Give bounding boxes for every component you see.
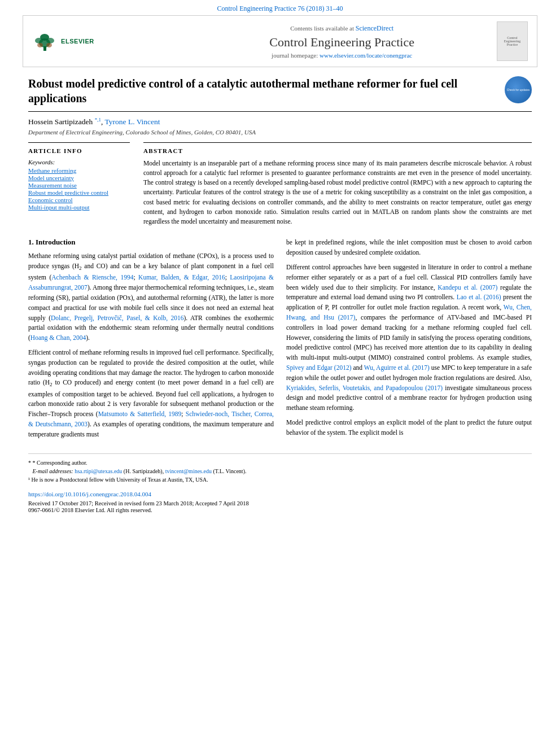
svg-point-4 [40,34,49,41]
ref-matsumoto[interactable]: Matsumoto & Satterfield, 1989 [98,410,182,417]
ref-spivey[interactable]: Spivey and Edgar (2012) [286,364,351,371]
intro-para-1: Methane reforming using catalyst partial… [28,251,274,343]
keyword-5[interactable]: Economic control [28,196,130,203]
abstract-column: Abstract Model uncertainty is an insepar… [143,142,532,227]
journal-banner: ELSEVIER Contents lists available at Sci… [23,15,537,67]
elsevier-wordmark: ELSEVIER [61,38,94,45]
intro-heading: 1. Introduction [28,238,274,247]
author-names: Hossein Sartipizadeh *,1, Tyrone L. Vinc… [28,117,160,126]
received-text: Received 17 October 2017; Received in re… [28,500,532,506]
author-superscript: *,1 [95,116,101,122]
journal-cover-image: Control Engineering Practice [497,21,528,61]
keyword-6[interactable]: Multi-input multi-output [28,204,130,211]
keyword-2[interactable]: Model uncertainty [28,174,130,181]
elsevier-tree-icon [32,30,58,52]
intro-para-4: Different control approaches have been s… [286,263,532,413]
keywords-list: Methane reforming Model uncertainty Meas… [28,167,130,211]
abstract-heading: Abstract [143,147,532,154]
article-title-section: Robust model predictive control of a cat… [28,76,532,112]
article-info-heading: Article Info [28,147,130,154]
intro-para-5: Model predictive control employs an expl… [286,418,532,438]
footnote-corresponding: * * Corresponding author. [28,458,532,467]
intro-left-col: 1. Introduction Methane reforming using … [28,238,274,444]
ref-wu-aguirre[interactable]: Wu, Aguirre et al. (2017) [364,364,430,371]
check-updates-badge[interactable]: Check for updates [505,76,532,103]
keywords-label: Keywords: [28,159,130,165]
email2-name: (T.L. Vincent). [213,468,246,474]
ref-lao[interactable]: Lao et al. (2016) [457,294,501,300]
keyword-4[interactable]: Robust model predictive control [28,189,130,196]
journal-citation: Control Engineering Practice 76 (2018) 3… [217,5,343,12]
email1-link[interactable]: hsa.rtipi@utexas.edu [75,468,122,474]
footnote-email: E-mail addresses: hsa.rtipi@utexas.edu (… [28,467,532,475]
keyword-1[interactable]: Methane reforming [28,167,130,174]
introduction-columns: 1. Introduction Methane reforming using … [28,238,532,444]
homepage-url[interactable]: www.elsevier.com/locate/conengprac [320,52,412,59]
journal-homepage: journal homepage: www.elsevier.com/locat… [187,52,497,59]
sciencedirect-link[interactable]: ScienceDirect [356,24,393,32]
elsevier-logo: ELSEVIER [32,30,94,52]
svg-point-5 [37,43,43,47]
keyword-3[interactable]: Measurement noise [28,182,130,189]
footnote-1: ¹ He is now a Postdoctoral fellow with U… [28,475,532,484]
banner-center: Contents lists available at ScienceDirec… [187,24,497,59]
ref-kandepu[interactable]: Kandepu et al. (2007) [438,284,497,291]
intro-right-col: be kept in predefined regions, while the… [286,238,532,444]
email2-link[interactable]: tvincent@mines.edu [165,468,212,474]
article-title: Robust model predictive control of a cat… [28,76,496,106]
doi-link[interactable]: https://doi.org/10.1016/j.conengprac.201… [28,491,151,497]
article-info-column: Article Info Keywords: Methane reforming… [28,142,130,227]
footnote-star: * [28,460,33,466]
author2-link[interactable]: Tyrone L. Vincent [105,117,160,126]
introduction-section: 1. Introduction Methane reforming using … [28,238,532,444]
authors: Hossein Sartipizadeh *,1, Tyrone L. Vinc… [28,116,532,126]
journal-thumbnail: Control Engineering Practice [497,21,528,61]
journal-header: Control Engineering Practice 76 (2018) 3… [0,0,560,15]
svg-point-6 [46,43,52,47]
ref-kumar[interactable]: Kumar, Balden, & Edgar, 2016 [138,274,225,281]
footnote-section: * * Corresponding author. E-mail address… [28,453,532,484]
ref-wu-chen[interactable]: Wu, Chen, Hwang, and Hsu (2017) [286,304,532,321]
ref-hoang[interactable]: Hoang & Chan, 2004 [30,334,86,341]
doi-section: https://doi.org/10.1016/j.conengprac.201… [28,490,532,499]
ref-kyriakides[interactable]: Kyriakides, Seferlis, Voutetakis, and Pa… [286,385,443,391]
ref-achenbach[interactable]: Achenbach & Riensche, 1994 [51,274,133,281]
ref-dolanc[interactable]: Dolanc, Pregelj, Petrovčič, Pasel, & Kol… [51,314,184,321]
copyright-text: 0967-0661/© 2018 Elsevier Ltd. All right… [28,507,532,513]
main-content: Robust model predictive control of a cat… [0,67,560,525]
intro-para-3: be kept in predefined regions, while the… [286,238,532,258]
email1-name: (H. Sartipizadeh), [124,468,164,474]
contents-label: Contents lists available at [290,25,354,32]
banner-left: ELSEVIER [32,30,187,52]
abstract-text: Model uncertainty is an inseparable part… [143,159,532,227]
article-info-abstract: Article Info Keywords: Methane reforming… [28,142,532,227]
journal-title: Control Engineering Practice [187,35,497,50]
intro-para-2: Efficient control of methane reforming r… [28,348,274,440]
homepage-label: journal homepage: [272,52,318,59]
affiliation: Department of Electrical Engineering, Co… [28,129,532,136]
check-updates-text: Check for updates [507,88,530,91]
